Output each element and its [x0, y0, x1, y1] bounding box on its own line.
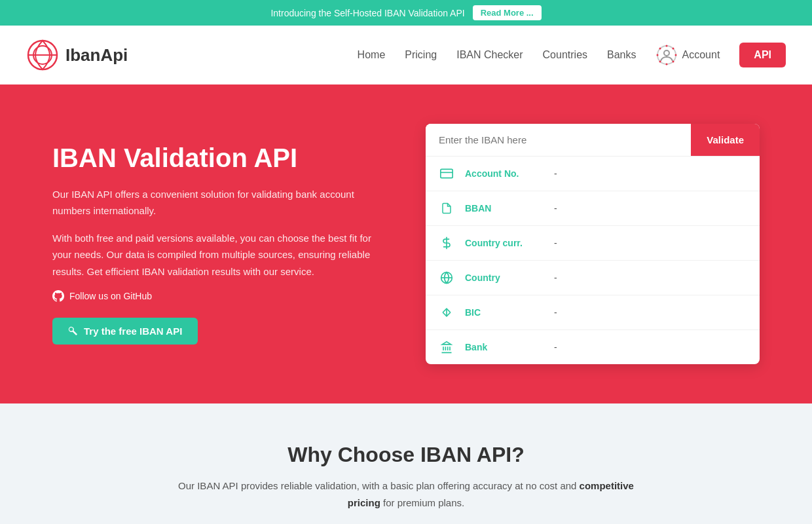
nav-pricing[interactable]: Pricing: [405, 49, 437, 61]
account-icon: [656, 45, 677, 66]
currency-icon: [439, 235, 454, 251]
why-desc-end: for premium plans.: [383, 497, 464, 508]
hero-section: IBAN Validation API Our IBAN API offers …: [0, 84, 812, 403]
svg-point-7: [674, 54, 676, 56]
result-bic: BIC -: [426, 295, 760, 330]
bank-icon: [439, 339, 454, 355]
svg-point-4: [664, 50, 669, 56]
hero-desc-2: With both free and paid versions availab…: [52, 230, 386, 280]
github-label: Follow us on GitHub: [69, 291, 152, 301]
result-country: Country -: [426, 261, 760, 295]
bban-label: BBAN: [465, 203, 544, 214]
github-link[interactable]: Follow us on GitHub: [52, 290, 386, 302]
credit-card-icon: [439, 166, 454, 181]
country-value: -: [554, 272, 557, 283]
navbar: IbanApi Home Pricing IBAN Checker Countr…: [0, 26, 812, 84]
svg-point-5: [665, 45, 667, 47]
document-icon: [439, 200, 454, 216]
account-no-label: Account No.: [465, 168, 544, 179]
globe-icon: [439, 270, 454, 286]
svg-point-6: [672, 48, 674, 50]
bank-value: -: [554, 342, 557, 352]
svg-rect-13: [441, 169, 452, 178]
api-button[interactable]: API: [739, 43, 786, 67]
account-button[interactable]: Account: [656, 45, 720, 66]
nav-banks[interactable]: Banks: [607, 49, 636, 61]
nav-countries[interactable]: Countries: [543, 49, 587, 61]
svg-point-8: [672, 61, 674, 63]
iban-input-row: Validate: [426, 124, 760, 157]
currency-label: Country curr.: [465, 238, 544, 248]
why-title: Why Choose IBAN API?: [52, 443, 760, 467]
brand-name: IbanApi: [65, 45, 128, 66]
top-banner: Introducing the Self-Hosted IBAN Validat…: [0, 0, 812, 26]
brand-logo-link[interactable]: IbanApi: [26, 39, 128, 71]
why-desc-text: Our IBAN API provides reliable validatio…: [178, 480, 576, 491]
bank-label: Bank: [465, 342, 544, 352]
read-more-button[interactable]: Read More ...: [473, 5, 542, 20]
country-label: Country: [465, 272, 544, 283]
hero-title: IBAN Validation API: [52, 143, 386, 173]
validator-card: Validate Account No. - BBAN -: [426, 124, 760, 364]
nav-home[interactable]: Home: [358, 49, 386, 61]
svg-point-9: [665, 64, 667, 66]
hero-text: IBAN Validation API Our IBAN API offers …: [52, 143, 386, 345]
banner-text: Introducing the Self-Hosted IBAN Validat…: [270, 8, 464, 18]
nav-iban-checker[interactable]: IBAN Checker: [456, 49, 523, 61]
svg-point-10: [659, 61, 661, 63]
why-desc: Our IBAN API provides reliable validatio…: [177, 477, 635, 511]
account-label: Account: [682, 49, 720, 61]
svg-marker-24: [442, 342, 451, 345]
account-no-value: -: [554, 168, 557, 179]
why-section: Why Choose IBAN API? Our IBAN API provid…: [0, 403, 812, 524]
nav-links: Home Pricing IBAN Checker Countries Bank…: [358, 43, 786, 67]
bban-value: -: [554, 203, 557, 214]
iban-input[interactable]: [426, 124, 691, 156]
try-free-button[interactable]: Try the free IBAN API: [52, 318, 198, 345]
github-icon: [52, 290, 64, 302]
result-bank: Bank -: [426, 330, 760, 364]
bic-label: BIC: [465, 307, 544, 318]
brand-logo-icon: [26, 39, 59, 71]
currency-value: -: [554, 238, 557, 248]
arrows-icon: [439, 305, 454, 320]
svg-point-12: [659, 48, 661, 50]
key-icon: [68, 326, 79, 337]
result-bban: BBAN -: [426, 191, 760, 226]
svg-point-11: [656, 54, 658, 56]
result-account-no: Account No. -: [426, 157, 760, 191]
result-currency: Country curr. -: [426, 226, 760, 261]
bic-value: -: [554, 307, 557, 318]
hero-desc-1: Our IBAN API offers a convenient solutio…: [52, 186, 386, 219]
validate-button[interactable]: Validate: [691, 124, 760, 156]
